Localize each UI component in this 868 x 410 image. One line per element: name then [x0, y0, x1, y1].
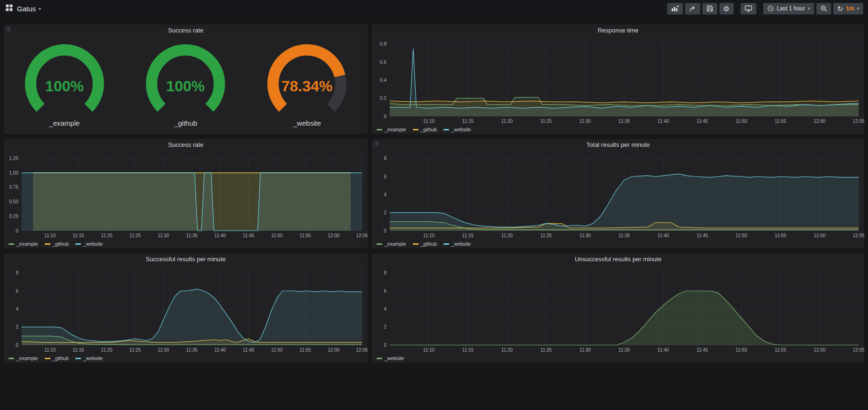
- chart-plot[interactable]: 00.20.40.60.811:1011:1511:2011:2511:3011…: [372, 37, 864, 125]
- svg-text:11:45: 11:45: [243, 233, 255, 238]
- svg-text:0.8: 0.8: [380, 41, 386, 47]
- chart-plot[interactable]: 0246811:1011:1511:2011:2511:3011:3511:40…: [4, 265, 368, 354]
- dashboard-title[interactable]: Gatus: [17, 5, 36, 13]
- svg-text:11:55: 11:55: [299, 347, 311, 353]
- legend-item-_github[interactable]: _github: [413, 127, 437, 132]
- panel-info-icon[interactable]: i: [373, 140, 380, 147]
- gauge-label: _website: [250, 119, 363, 127]
- legend-item-_example[interactable]: _example: [377, 127, 406, 132]
- svg-text:11:35: 11:35: [186, 347, 198, 353]
- svg-text:11:20: 11:20: [501, 233, 513, 238]
- refresh-icon: ↻: [837, 5, 844, 12]
- time-range-label: Last 1 hour: [777, 5, 805, 12]
- dashboard-caret-icon[interactable]: ▾: [39, 6, 41, 11]
- series-area-_website: [390, 174, 859, 231]
- chart-plot[interactable]: 0246811:1011:1511:2011:2511:3011:3511:40…: [372, 151, 864, 239]
- gauge-arc: 78.34%: [250, 42, 363, 117]
- svg-text:0.50: 0.50: [9, 199, 19, 204]
- svg-text:11:15: 11:15: [72, 233, 84, 238]
- refresh-interval-label: 1m: [846, 5, 854, 12]
- gauge-value: 100%: [167, 78, 205, 95]
- panel-title[interactable]: Response time: [372, 24, 864, 37]
- svg-text:11:40: 11:40: [658, 233, 669, 238]
- legend-item-_github[interactable]: _github: [45, 355, 69, 361]
- dashboard-picker[interactable]: Gatus ▾: [6, 4, 41, 13]
- svg-text:11:50: 11:50: [736, 233, 747, 238]
- svg-text:11:20: 11:20: [101, 347, 113, 353]
- legend-item-_website[interactable]: _website: [75, 355, 103, 361]
- legend-item-_website[interactable]: _website: [377, 355, 404, 361]
- settings-button[interactable]: ⚙: [719, 3, 734, 15]
- chart-plot[interactable]: 00.250.500.751.001.2511:1011:1511:2011:2…: [4, 151, 368, 239]
- save-button[interactable]: [702, 3, 717, 15]
- chart-area: 0246811:1011:1511:2011:2511:3011:3511:40…: [4, 265, 368, 354]
- svg-text:0: 0: [16, 343, 18, 348]
- svg-text:2: 2: [384, 324, 386, 330]
- svg-text:11:10: 11:10: [44, 233, 56, 238]
- legend-label: _website: [83, 355, 103, 361]
- legend-item-_example[interactable]: _example: [377, 241, 406, 247]
- legend-item-_website[interactable]: _website: [75, 241, 103, 247]
- svg-text:12:05: 12:05: [852, 347, 864, 353]
- legend-label: _example: [16, 241, 38, 247]
- svg-text:12:05: 12:05: [852, 119, 864, 124]
- svg-text:11:20: 11:20: [101, 233, 113, 238]
- panel-unsuccessful-results: Unsuccessful results per minute 0246811:…: [372, 253, 864, 363]
- svg-text:0.4: 0.4: [380, 78, 386, 83]
- panel-title[interactable]: Unsuccessful results per minute: [372, 253, 864, 265]
- svg-text:0: 0: [16, 228, 18, 233]
- gauge-arc: 100%: [8, 42, 121, 117]
- svg-text:11:20: 11:20: [501, 347, 513, 353]
- gauge-value: 100%: [45, 78, 84, 95]
- dashboard-grid-icon[interactable]: [6, 4, 13, 13]
- chart-legend: _example_github_website: [4, 239, 368, 249]
- share-button[interactable]: [685, 3, 700, 15]
- chart-plot[interactable]: 0246811:1011:1511:2011:2511:3011:3511:40…: [372, 265, 864, 354]
- save-icon: [707, 5, 713, 12]
- gauge-arc: 100%: [129, 42, 242, 117]
- svg-text:11:55: 11:55: [775, 347, 787, 353]
- panel-title[interactable]: Success rate: [4, 24, 368, 37]
- svg-text:4: 4: [16, 306, 18, 312]
- svg-text:11:25: 11:25: [129, 233, 141, 238]
- legend-item-_example[interactable]: _example: [8, 355, 38, 361]
- legend-item-_github[interactable]: _github: [45, 241, 69, 247]
- tv-mode-button[interactable]: [740, 3, 756, 15]
- legend-color-dash: [443, 129, 449, 130]
- legend-label: _github: [53, 355, 69, 361]
- panel-info-icon[interactable]: i: [5, 26, 12, 32]
- svg-text:11:35: 11:35: [186, 233, 198, 238]
- chart-legend: _example_github_website: [372, 239, 864, 249]
- svg-text:12:05: 12:05: [852, 233, 864, 238]
- chevron-down-icon: ▾: [857, 6, 859, 11]
- legend-item-_github[interactable]: _github: [413, 241, 437, 247]
- panel-success-rate-timeseries: Success rate 00.250.500.751.001.2511:101…: [4, 139, 368, 249]
- legend-color-dash: [8, 358, 14, 359]
- legend-item-_example[interactable]: _example: [8, 241, 38, 247]
- legend-color-dash: [377, 243, 382, 245]
- panel-title[interactable]: Successful results per minute: [4, 253, 368, 265]
- gauge-value: 78.34%: [281, 78, 333, 95]
- zoom-out-button[interactable]: [816, 3, 831, 15]
- svg-text:11:35: 11:35: [619, 233, 630, 238]
- time-range-button[interactable]: Last 1 hour ▾: [763, 3, 814, 15]
- legend-label: _website: [83, 241, 103, 247]
- svg-text:11:10: 11:10: [423, 233, 435, 238]
- legend-label: _website: [385, 355, 404, 361]
- gauge-_website: 78.34%_website: [250, 42, 363, 127]
- panel-title[interactable]: Success rate: [4, 139, 368, 151]
- svg-text:12:00: 12:00: [813, 347, 825, 353]
- refresh-button[interactable]: ↻ 1m ▾: [833, 3, 863, 15]
- legend-color-dash: [377, 358, 382, 359]
- svg-text:4: 4: [384, 192, 386, 197]
- add-panel-button[interactable]: [667, 3, 683, 15]
- panel-title[interactable]: Total results per minute: [372, 139, 864, 151]
- chart-legend: _website: [372, 354, 864, 363]
- legend-label: _github: [53, 241, 69, 247]
- legend-item-_website[interactable]: _website: [443, 127, 471, 132]
- legend-item-_website[interactable]: _website: [443, 241, 471, 247]
- svg-text:11:10: 11:10: [423, 119, 435, 124]
- svg-text:12:00: 12:00: [328, 347, 339, 353]
- gauge-row: 100%_example100%_github78.34%_website: [4, 37, 368, 134]
- legend-color-dash: [8, 243, 14, 245]
